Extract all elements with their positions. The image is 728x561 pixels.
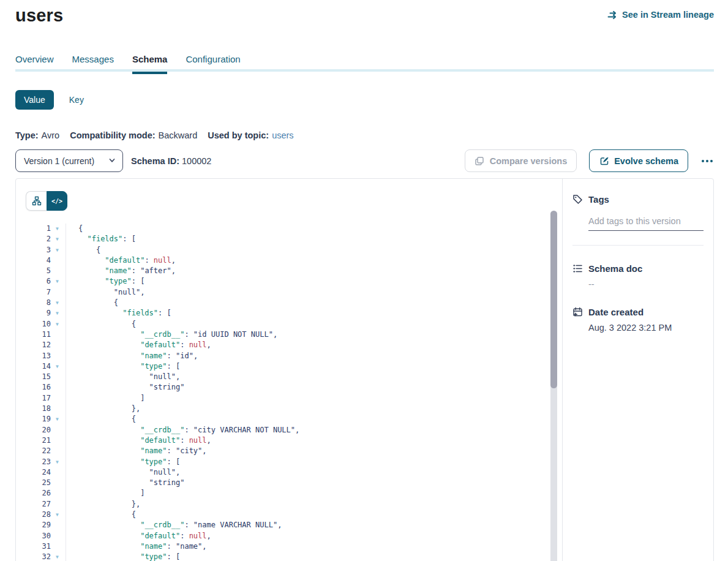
fold-toggle-icon[interactable]: ▼ [54, 361, 66, 372]
code-line-text: { [66, 245, 100, 255]
line-number: 23 [16, 457, 54, 467]
code-line-text: "name": "name", [66, 541, 207, 552]
fold-toggle-icon[interactable]: ▼ [54, 234, 66, 244]
meta-used-by-topic: Used by topic: users [208, 130, 293, 140]
line-number: 19 [16, 414, 54, 424]
line-number: 12 [16, 340, 54, 350]
line-number: 6 [16, 276, 54, 287]
code-line: 18 }, [16, 404, 562, 414]
fold-toggle-icon[interactable]: ▼ [54, 298, 66, 308]
line-number: 10 [16, 319, 54, 329]
line-gutter: 20 [16, 425, 66, 435]
schema-code-editor[interactable]: 1▼{2▼ "fields": [3▼ {4 "default": null,5… [16, 224, 562, 561]
tags-section-header: Tags [572, 194, 704, 205]
line-gutter: 21 [16, 435, 66, 446]
code-line: 23▼ "type": [ [16, 457, 562, 467]
tab-configuration[interactable]: Configuration [186, 54, 240, 72]
more-actions-button[interactable] [700, 156, 714, 166]
code-line: 19▼ { [16, 414, 562, 424]
line-number: 31 [16, 541, 54, 552]
code-line: 5 "name": "after", [16, 266, 562, 276]
ellipsis-dot [706, 160, 708, 162]
version-toolbar: Version 1 (current) Schema ID: 100002 [15, 149, 714, 172]
line-gutter: 12 [16, 340, 66, 350]
schema-doc-icon [572, 263, 583, 274]
fold-spacer [54, 340, 66, 350]
fold-toggle-icon[interactable]: ▼ [54, 414, 66, 424]
compare-versions-icon [475, 156, 485, 166]
line-number: 18 [16, 404, 54, 414]
code-view-button[interactable]: </> [47, 191, 67, 211]
line-number: 5 [16, 266, 54, 276]
fold-spacer [54, 393, 66, 404]
code-line: 2▼ "fields": [ [16, 234, 562, 244]
code-line-text: "type": [ [66, 457, 180, 467]
version-select[interactable]: Version 1 (current) [15, 149, 123, 172]
line-number: 27 [16, 499, 54, 510]
line-gutter: 6▼ [16, 276, 66, 287]
line-gutter: 30 [16, 531, 66, 541]
line-number: 30 [16, 531, 54, 541]
key-toggle-button[interactable]: Key [69, 90, 84, 110]
tab-overview[interactable]: Overview [15, 54, 54, 72]
code-line-text: "default": null, [66, 340, 211, 350]
code-line: 13 "name": "id", [16, 351, 562, 361]
value-toggle-button[interactable]: Value [15, 90, 54, 110]
tab-schema[interactable]: Schema [132, 54, 168, 72]
fold-toggle-icon[interactable]: ▼ [54, 510, 66, 520]
line-number: 28 [16, 510, 54, 520]
code-line-text: { [66, 510, 136, 520]
code-line-text: "default": null, [66, 531, 211, 541]
evolve-schema-label: Evolve schema [614, 156, 678, 166]
code-line: 20 "__crdb__": "city VARCHAR NOT NULL", [16, 425, 562, 435]
fold-toggle-icon[interactable]: ▼ [54, 308, 66, 318]
code-line: 14▼ "type": [ [16, 361, 562, 372]
schema-id-value: 100002 [182, 156, 211, 166]
tab-messages[interactable]: Messages [72, 54, 114, 72]
compare-versions-button[interactable]: Compare versions [465, 149, 577, 172]
tree-view-button[interactable] [26, 191, 47, 211]
code-line: 24 "null", [16, 467, 562, 478]
fold-toggle-icon[interactable]: ▼ [54, 552, 66, 561]
line-gutter: 22 [16, 446, 66, 456]
code-line: 29 "__crdb__": "name VARCHAR NULL", [16, 520, 562, 530]
line-gutter: 23▼ [16, 457, 66, 467]
schema-page: users See in Stream lineage Overview Mes… [0, 0, 728, 561]
code-line-text: "fields": [ [66, 234, 136, 244]
tab-bar: Overview Messages Schema Configuration [15, 54, 714, 72]
fold-spacer [54, 266, 66, 276]
editor-scrollbar-thumb[interactable] [550, 211, 557, 388]
topic-link[interactable]: users [272, 130, 293, 140]
line-number: 16 [16, 382, 54, 393]
code-line: 15 "null", [16, 372, 562, 382]
line-gutter: 1▼ [16, 224, 66, 234]
fold-toggle-icon[interactable]: ▼ [54, 245, 66, 255]
fold-spacer [54, 351, 66, 361]
code-line: 28▼ { [16, 510, 562, 520]
line-gutter: 9▼ [16, 308, 66, 318]
code-line: 11 "__crdb__": "id UUID NOT NULL", [16, 329, 562, 340]
code-line: 32▼ "type": [ [16, 552, 562, 561]
code-line-text: { [66, 298, 118, 308]
fold-toggle-icon[interactable]: ▼ [54, 276, 66, 287]
fold-toggle-icon[interactable]: ▼ [54, 319, 66, 329]
code-line-text: "__crdb__": "city VARCHAR NOT NULL", [66, 425, 299, 435]
fold-spacer [54, 446, 66, 456]
code-line-text: { [66, 319, 136, 329]
evolve-schema-button[interactable]: Evolve schema [589, 149, 688, 172]
line-gutter: 18 [16, 404, 66, 414]
line-gutter: 2▼ [16, 234, 66, 244]
stream-lineage-icon [607, 10, 618, 20]
schema-meta-row: Type: Avro Compatibility mode: Backward … [15, 130, 714, 140]
code-line: 30 "default": null, [16, 531, 562, 541]
fold-toggle-icon[interactable]: ▼ [54, 457, 66, 467]
code-line-text: { [66, 224, 83, 234]
type-value: Avro [42, 130, 60, 140]
line-number: 26 [16, 488, 54, 499]
code-line: 17 ] [16, 393, 562, 404]
line-gutter: 26 [16, 488, 66, 499]
add-tags-input[interactable] [588, 216, 704, 231]
editor-scrollbar-track[interactable] [550, 211, 557, 561]
fold-toggle-icon[interactable]: ▼ [54, 224, 66, 234]
see-in-stream-lineage-link[interactable]: See in Stream lineage [607, 10, 714, 20]
